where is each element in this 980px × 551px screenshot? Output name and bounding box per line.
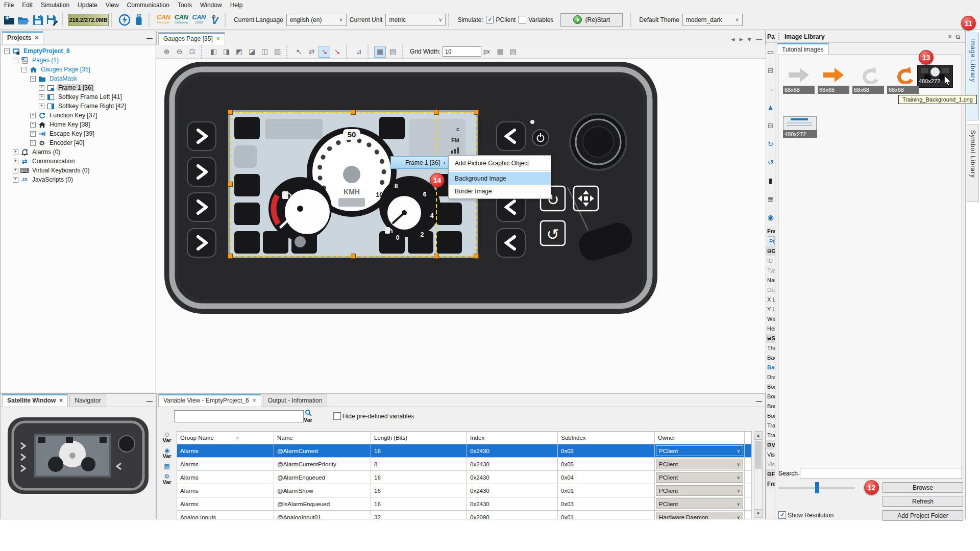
- eye-var-button[interactable]: ◉Var: [162, 448, 171, 459]
- menu-file[interactable]: File: [0, 1, 18, 10]
- property-row-bac[interactable]: Bac: [766, 363, 775, 372]
- zoom-in-button[interactable]: ⊕: [161, 46, 173, 58]
- property-row-dra[interactable]: Dra: [766, 372, 775, 382]
- collapse-icon[interactable]: −: [4, 48, 10, 54]
- size-steps-button[interactable]: ⊿: [353, 46, 364, 58]
- can-freestyle-button[interactable]: CANFreestyle: [157, 15, 170, 25]
- tree-item-alarms-0[interactable]: +Alarms (0): [1, 147, 155, 157]
- nav-back-icon[interactable]: ◂: [731, 36, 734, 43]
- tree-item-datamask[interactable]: −DataMask: [1, 74, 155, 83]
- sidetab-symbol-library[interactable]: Symbol Library: [967, 124, 979, 202]
- snap-move-button[interactable]: ⇄: [306, 46, 317, 58]
- palette-arrow-right-icon[interactable]: →: [766, 80, 775, 98]
- expand-icon[interactable]: +: [30, 131, 36, 137]
- show-resolution-checkbox[interactable]: [778, 511, 786, 519]
- minus-var-button[interactable]: ⊖Var: [162, 432, 171, 443]
- close-icon[interactable]: ×: [253, 397, 256, 404]
- collapse-icon[interactable]: −: [30, 76, 36, 82]
- close-icon[interactable]: ×: [946, 33, 953, 40]
- tree-item-gauges-page-35[interactable]: −Gauges Page [35]: [1, 65, 155, 74]
- image-search-input[interactable]: [800, 468, 962, 479]
- owner-select[interactable]: PClient∨: [656, 459, 743, 469]
- expand-icon[interactable]: +: [39, 85, 44, 91]
- minimize-projects-button[interactable]: —: [146, 35, 153, 42]
- property-row-fra[interactable]: Fra: [766, 227, 775, 236]
- expand-icon[interactable]: +: [39, 104, 44, 109]
- tab-gauges-page[interactable]: Gauges Page [35]×: [158, 32, 225, 45]
- property-row-bor[interactable]: Bor: [766, 402, 775, 411]
- property-row-hei[interactable]: Hei: [766, 324, 775, 334]
- property-row-g[interactable]: G: [766, 246, 775, 256]
- property-row-bac[interactable]: Bac: [766, 353, 775, 363]
- expand-icon[interactable]: +: [13, 149, 18, 155]
- can-j1939-button[interactable]: CANJ1939: [192, 15, 206, 25]
- owner-select[interactable]: PClient∨: [656, 485, 743, 496]
- close-icon[interactable]: ×: [35, 34, 38, 41]
- tab-variable-view[interactable]: Variable View - EmptyProject_6×: [158, 394, 261, 407]
- property-row-pr[interactable]: Pr: [768, 236, 775, 246]
- tree-item-function-key-37[interactable]: +Function Key [37]: [1, 111, 155, 120]
- context-menu-item-border-image[interactable]: Border Image: [449, 185, 551, 197]
- scroll-down-icon[interactable]: ▼: [754, 509, 762, 517]
- palette-list-icon[interactable]: ≣: [766, 190, 775, 208]
- tree-item-pages-1[interactable]: −Pages (1): [1, 56, 155, 65]
- property-row-the[interactable]: The: [766, 343, 775, 353]
- tree-item-softkey-frame-right-42[interactable]: +Softkey Frame Right [42]: [1, 102, 155, 111]
- tab-tutorial-images[interactable]: Tutorial images: [777, 43, 829, 56]
- owner-select[interactable]: PClient∨: [656, 472, 743, 483]
- tree-item-softkey-frame-left-41[interactable]: +Softkey Frame Left [41]: [1, 92, 155, 102]
- save-button[interactable]: [31, 13, 45, 27]
- column-header-index[interactable]: Index: [467, 432, 558, 444]
- palette-bar-icon[interactable]: ▮: [766, 171, 775, 190]
- table-row[interactable]: Alarms@IsAlarmEnqueued160x24300x03PClien…: [177, 497, 752, 511]
- variable-table-scrollbar[interactable]: ▲ ▼: [754, 431, 763, 518]
- thumbnail-arrow-undo-3[interactable]: 68x68: [887, 64, 919, 94]
- tree-item-home-key-38[interactable]: +Home Key [38]: [1, 120, 155, 129]
- column-header-subindex[interactable]: SubIndex: [558, 432, 655, 444]
- thumbnail-size-slider[interactable]: [778, 487, 855, 489]
- close-icon[interactable]: ×: [216, 35, 220, 42]
- thumbnail-settings-image[interactable]: [783, 116, 817, 131]
- property-row-vis[interactable]: Vis: [766, 450, 775, 460]
- property-row-x-l[interactable]: X L: [766, 295, 775, 305]
- thumbnail-arrow-undo-2[interactable]: 68x68: [852, 64, 884, 94]
- menu-simulation[interactable]: Simulation: [37, 1, 74, 10]
- refresh-button[interactable]: Refresh: [883, 496, 963, 507]
- column-header-length-bits-[interactable]: Length (Bits): [371, 432, 467, 444]
- collapse-icon[interactable]: −: [13, 58, 18, 63]
- drag-handle-icon[interactable]: [778, 33, 781, 40]
- align-right-button[interactable]: ◨: [220, 46, 232, 58]
- property-row-v[interactable]: V: [766, 440, 775, 450]
- menu-help[interactable]: Help: [226, 1, 247, 10]
- tab-navigator[interactable]: Navigator: [69, 394, 106, 407]
- align-left-button[interactable]: ◧: [208, 46, 219, 58]
- nav-forward-icon[interactable]: ▸: [740, 36, 743, 43]
- grid-snap-button[interactable]: ▦: [374, 46, 386, 58]
- save-as-button[interactable]: [45, 13, 59, 27]
- vehicle-settings-button[interactable]: V⚙: [208, 13, 222, 27]
- zoom-fit-button[interactable]: ⊡: [186, 46, 198, 58]
- palette-rotate-ccw-icon[interactable]: ↺: [766, 153, 775, 171]
- snap-object-button[interactable]: ↖: [293, 46, 305, 58]
- context-menu-header[interactable]: Frame 1 [36]›: [390, 156, 449, 169]
- sidetab-image-library[interactable]: Image Library: [967, 33, 979, 120]
- property-row-wid[interactable]: Wid: [766, 314, 775, 324]
- palette-group-icon[interactable]: ⊟: [766, 61, 775, 80]
- table-row[interactable]: Alarms@AlarmCurrentPriority80x24300x05PC…: [177, 458, 752, 471]
- property-row-s[interactable]: S: [766, 334, 775, 343]
- table-row[interactable]: Alarms@AlarmShow160x24300x01PClient∨: [177, 484, 752, 497]
- tab-output-information[interactable]: Output - Information: [263, 394, 328, 407]
- new-project-button[interactable]: [2, 13, 16, 27]
- expand-icon[interactable]: +: [13, 177, 18, 183]
- tree-item-virtual-keyboards-0[interactable]: +⌨Virtual Keyboards (0): [1, 166, 155, 175]
- property-row-bor[interactable]: Bor: [766, 392, 775, 402]
- resize-free-button[interactable]: ↘: [331, 46, 343, 58]
- grid-apply-a-button[interactable]: ▦: [495, 46, 506, 58]
- close-icon[interactable]: ×: [59, 397, 63, 404]
- language-select[interactable]: english (en)∨: [286, 14, 347, 26]
- menu-edit[interactable]: Edit: [18, 1, 37, 10]
- owner-select[interactable]: Hardware Daemon∨: [656, 512, 743, 519]
- property-row-typ[interactable]: Typ: [766, 266, 775, 276]
- open-project-button[interactable]: [16, 13, 31, 27]
- menu-window[interactable]: Window: [196, 1, 226, 10]
